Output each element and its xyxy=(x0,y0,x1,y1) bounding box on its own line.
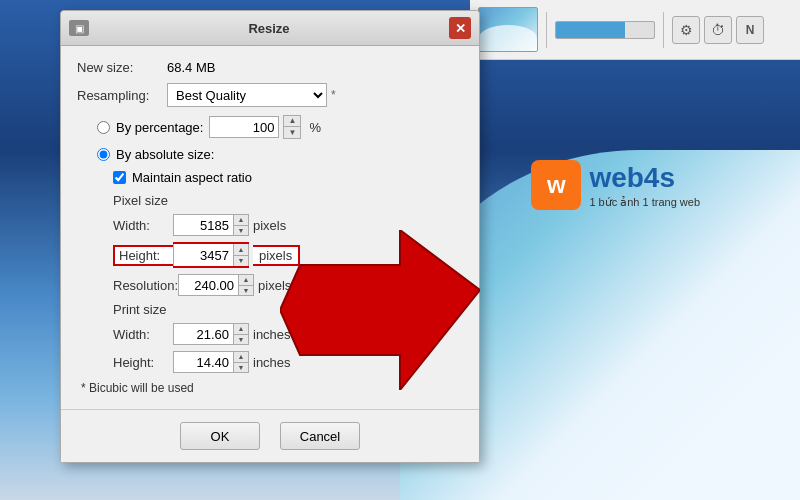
pixel-width-group: ▲ ▼ xyxy=(173,214,249,236)
resolution-unit: pixels/inch xyxy=(258,278,319,293)
pixel-width-spin-down[interactable]: ▼ xyxy=(234,226,248,236)
logo-area: w web4s 1 bức ảnh 1 trang web xyxy=(531,160,700,210)
dialog-icon: ▣ xyxy=(69,20,89,36)
by-absolute-row: By absolute size: xyxy=(77,147,463,162)
resolution-row: Resolution: ▲ ▼ pixels/inch xyxy=(77,274,463,296)
print-height-spin-down[interactable]: ▼ xyxy=(234,363,248,373)
print-width-spin-up[interactable]: ▲ xyxy=(234,324,248,335)
resampling-row: Resampling: Best Quality Linear Cubic No… xyxy=(77,83,463,107)
separator xyxy=(546,12,547,48)
cancel-button[interactable]: Cancel xyxy=(280,422,360,450)
progress-fill xyxy=(556,22,625,38)
resampling-select[interactable]: Best Quality Linear Cubic None xyxy=(167,83,327,107)
print-size-label: Print size xyxy=(77,302,463,317)
print-width-input[interactable] xyxy=(173,323,233,345)
dialog-footer: OK Cancel xyxy=(61,409,479,462)
tool-btn-2[interactable]: ⏱ xyxy=(704,16,732,44)
percentage-input[interactable] xyxy=(209,116,279,138)
print-height-group: ▲ ▼ xyxy=(173,351,249,373)
close-button[interactable]: ✕ xyxy=(449,17,471,39)
print-height-spinners: ▲ ▼ xyxy=(233,351,249,373)
maintain-aspect-label: Maintain aspect ratio xyxy=(132,170,252,185)
logo-text: web4s xyxy=(589,162,700,194)
resolution-group: ▲ ▼ xyxy=(178,274,254,296)
pixel-height-spinners: ▲ ▼ xyxy=(233,244,249,266)
print-height-input[interactable] xyxy=(173,351,233,373)
progress-bar xyxy=(555,21,655,39)
pixel-height-group: ▲ ▼ xyxy=(173,242,249,268)
resolution-label: Resolution: xyxy=(113,278,178,293)
dialog-body: New size: 68.4 MB Resampling: Best Quali… xyxy=(61,46,479,409)
print-width-row: Width: ▲ ▼ inches xyxy=(113,323,463,345)
tool-btn-n[interactable]: N xyxy=(736,16,764,44)
logo-icon: w xyxy=(531,160,581,210)
by-percentage-row: By percentage: ▲ ▼ % xyxy=(77,115,463,139)
print-height-unit: inches xyxy=(253,355,291,370)
resampling-label: Resampling: xyxy=(77,88,167,103)
pixel-height-label: Height: xyxy=(113,245,173,266)
dialog-titlebar: ▣ Resize ✕ xyxy=(61,11,479,46)
print-height-spin-up[interactable]: ▲ xyxy=(234,352,248,363)
print-width-unit: inches xyxy=(253,327,291,342)
logo-subtitle: 1 bức ảnh 1 trang web xyxy=(589,196,700,209)
percentage-spinners: ▲ ▼ xyxy=(283,115,301,139)
print-width-spin-down[interactable]: ▼ xyxy=(234,335,248,345)
new-size-label: New size: xyxy=(77,60,167,75)
pixel-height-unit: pixels xyxy=(253,245,300,266)
pixel-width-input[interactable] xyxy=(173,214,233,236)
percentage-spin-up[interactable]: ▲ xyxy=(284,116,300,127)
pixel-height-spin-up[interactable]: ▲ xyxy=(234,244,248,256)
print-width-group: ▲ ▼ xyxy=(173,323,249,345)
resampling-select-wrap: Best Quality Linear Cubic None * xyxy=(167,83,336,107)
new-size-value: 68.4 MB xyxy=(167,60,215,75)
print-width-spinners: ▲ ▼ xyxy=(233,323,249,345)
pixel-width-label: Width: xyxy=(113,218,173,233)
resolution-spin-up[interactable]: ▲ xyxy=(239,275,253,286)
pixel-width-row: Width: ▲ ▼ pixels xyxy=(113,214,463,236)
maintain-aspect-checkbox[interactable] xyxy=(113,171,126,184)
by-percentage-radio[interactable] xyxy=(97,121,110,134)
maintain-aspect-row: Maintain aspect ratio xyxy=(77,170,463,185)
percentage-unit: % xyxy=(309,120,321,135)
print-height-row: Height: ▲ ▼ inches xyxy=(113,351,463,373)
dialog-title: Resize xyxy=(89,21,449,36)
by-absolute-radio[interactable] xyxy=(97,148,110,161)
resolution-spinners: ▲ ▼ xyxy=(238,274,254,296)
separator2 xyxy=(663,12,664,48)
resolution-input[interactable] xyxy=(178,274,238,296)
by-percentage-label: By percentage: xyxy=(116,120,203,135)
pixel-size-label: Pixel size xyxy=(77,193,463,208)
pixel-height-spin-down[interactable]: ▼ xyxy=(234,256,248,267)
print-size-section: Width: ▲ ▼ inches Height: ▲ ▼ xyxy=(77,323,463,373)
asterisk: * xyxy=(331,88,336,102)
toolbar: ⚙ ⏱ N xyxy=(470,0,800,60)
new-size-row: New size: 68.4 MB xyxy=(77,60,463,75)
thumbnail xyxy=(478,7,538,52)
pixel-width-spin-up[interactable]: ▲ xyxy=(234,215,248,226)
print-height-label: Height: xyxy=(113,355,173,370)
resize-dialog: ▣ Resize ✕ New size: 68.4 MB Resampling:… xyxy=(60,10,480,463)
percentage-spin-down[interactable]: ▼ xyxy=(284,127,300,138)
pixel-size-section: Width: ▲ ▼ pixels Height: ▲ ▼ xyxy=(77,214,463,268)
ok-button[interactable]: OK xyxy=(180,422,260,450)
tool-btn-1[interactable]: ⚙ xyxy=(672,16,700,44)
note-text: * Bicubic will be used xyxy=(77,381,463,395)
pixel-height-row: Height: ▲ ▼ pixels xyxy=(113,242,463,268)
pixel-height-input[interactable] xyxy=(173,244,233,266)
percentage-input-group: ▲ ▼ % xyxy=(209,115,321,139)
resolution-spin-down[interactable]: ▼ xyxy=(239,286,253,296)
pixel-width-spinners: ▲ ▼ xyxy=(233,214,249,236)
pixel-width-unit: pixels xyxy=(253,218,286,233)
by-absolute-label: By absolute size: xyxy=(116,147,214,162)
print-width-label: Width: xyxy=(113,327,173,342)
